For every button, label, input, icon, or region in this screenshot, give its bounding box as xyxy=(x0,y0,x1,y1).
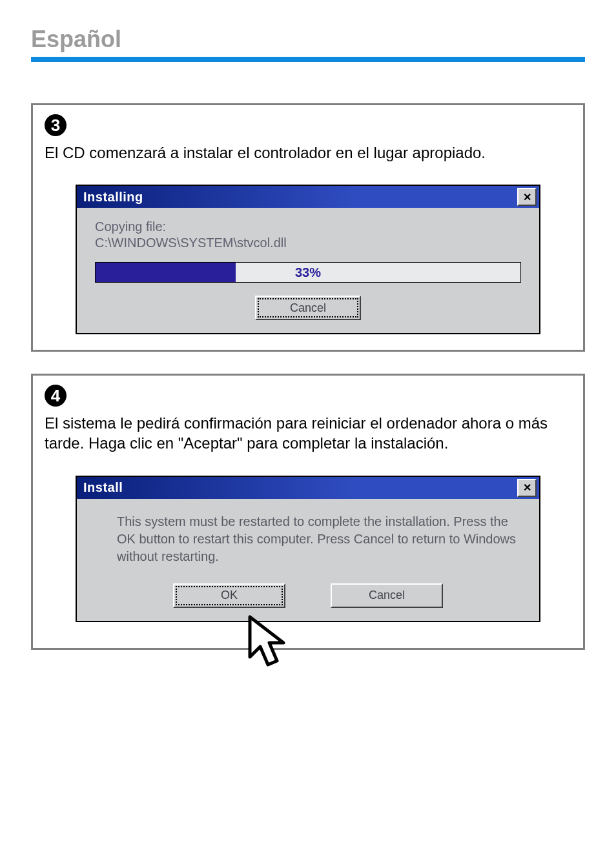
progress-fill xyxy=(96,263,236,282)
progress-bar: 33% xyxy=(95,262,521,283)
install-dialog: Install ✕ This system must be restarted … xyxy=(76,476,540,622)
close-icon[interactable]: ✕ xyxy=(517,479,537,497)
cancel-button[interactable]: Cancel xyxy=(331,583,443,608)
page-title: Español xyxy=(31,26,585,53)
install-dialog-title: Install xyxy=(83,480,123,495)
installing-dialog: Installing ✕ Copying file: C:\WINDOWS\SY… xyxy=(76,185,540,334)
cursor-icon xyxy=(245,614,303,679)
step-3-badge: 3 xyxy=(45,114,67,136)
title-divider xyxy=(31,57,585,62)
step-3-instruction: El CD comenzará a instalar el controlado… xyxy=(45,143,571,163)
cancel-button[interactable]: Cancel xyxy=(255,296,361,320)
installing-dialog-title: Installing xyxy=(83,190,143,205)
ok-button[interactable]: OK xyxy=(173,583,285,608)
step-4-instruction: El sistema le pedirá confirmación para r… xyxy=(45,413,571,453)
step-4-box: 4 El sistema le pedirá confirmación para… xyxy=(31,374,585,649)
document-page: Español 3 El CD comenzará a instalar el … xyxy=(0,0,616,711)
installing-dialog-body: Copying file: C:\WINDOWS\SYSTEM\stvcol.d… xyxy=(77,208,539,333)
install-dialog-body: This system must be restarted to complet… xyxy=(77,499,539,621)
copying-path: C:\WINDOWS\SYSTEM\stvcol.dll xyxy=(95,236,521,250)
close-icon[interactable]: ✕ xyxy=(517,188,537,206)
step-3-box: 3 El CD comenzará a instalar el controla… xyxy=(31,103,585,352)
install-dialog-message: This system must be restarted to complet… xyxy=(117,513,521,565)
progress-percent-label: 33% xyxy=(295,265,321,280)
copying-label: Copying file: xyxy=(95,219,521,234)
step-4-badge: 4 xyxy=(45,385,67,407)
install-dialog-titlebar: Install ✕ xyxy=(77,477,539,499)
installing-dialog-titlebar: Installing ✕ xyxy=(77,186,539,208)
